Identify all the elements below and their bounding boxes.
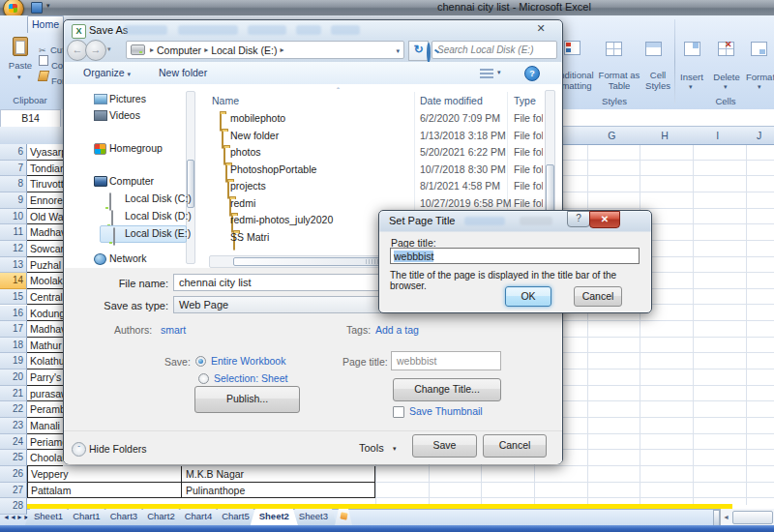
forward-button[interactable]: →	[85, 40, 106, 61]
row-header[interactable]: 14	[0, 273, 27, 289]
grid-cell[interactable]: Moolaka	[27, 273, 63, 289]
help-icon[interactable]: ?	[524, 66, 540, 81]
tab-next-icon[interactable]: ►	[16, 514, 23, 520]
grid-cell[interactable]: Pulinanthope	[182, 483, 375, 499]
tab-prev-icon[interactable]: ◄	[10, 514, 16, 520]
cell-styles-label1[interactable]: Cell	[640, 70, 675, 80]
grid-cell[interactable]: Periame	[27, 434, 63, 451]
column-date-modified[interactable]: Date modified	[420, 95, 483, 106]
row-header[interactable]: 20	[0, 369, 27, 386]
page-title-input[interactable]: webbbist	[391, 351, 501, 370]
column-header-I[interactable]: I	[691, 127, 745, 145]
cancel-button[interactable]: Cancel	[574, 286, 622, 307]
column-header-sliver[interactable]	[561, 127, 586, 145]
row-header[interactable]: 23	[0, 418, 27, 434]
grid-cell[interactable]: Peramb	[27, 401, 63, 418]
row-header[interactable]: 12	[0, 241, 27, 257]
grid-cell[interactable]: Mathur	[27, 338, 63, 354]
format-as-table-icon[interactable]	[606, 42, 622, 56]
row-header[interactable]: 21	[0, 386, 27, 402]
file-row-name[interactable]: photos	[230, 146, 409, 158]
grid-cell[interactable]: Madhav	[27, 224, 63, 241]
grid-cell[interactable]: Vyasarp	[27, 144, 63, 161]
tools-dropdown-icon[interactable]: ▾	[393, 445, 397, 453]
save-thumbnail-label[interactable]: Save Thumbnail	[409, 405, 483, 417]
file-row-name[interactable]: PhotoshopPortable	[230, 163, 409, 175]
scroll-left-icon[interactable]: ◄	[723, 514, 729, 520]
delete-label[interactable]: Delete	[712, 72, 741, 82]
tags-value[interactable]: Add a tag	[375, 324, 419, 336]
breadcrumb-bar[interactable]: ▸Computer▸Local Disk (E:)▸ ▾	[126, 41, 404, 59]
row-header[interactable]: 6	[0, 144, 27, 161]
name-box[interactable]: B14	[0, 109, 61, 128]
row-header[interactable]: 24	[0, 434, 27, 451]
row-header[interactable]: 27	[0, 483, 27, 499]
insert-worksheet-icon[interactable]	[335, 509, 352, 525]
grid-cell[interactable]: Kolathu	[27, 353, 63, 369]
radio-selection-sheet[interactable]	[198, 373, 209, 384]
grid-cell[interactable]: Tondiar	[27, 161, 63, 177]
row-header[interactable]: 28	[0, 498, 27, 515]
column-header-H[interactable]: H	[639, 127, 693, 145]
history-dropdown-icon[interactable]: ▾	[107, 45, 111, 53]
organize-button[interactable]: Organize ▾	[83, 67, 131, 78]
row-header[interactable]: 10	[0, 209, 27, 225]
file-row-name[interactable]: projects	[230, 180, 409, 192]
cancel-button[interactable]: Cancel	[483, 434, 547, 458]
grid-cell[interactable]: Central	[27, 289, 63, 306]
change-title-button[interactable]: Change Title...	[393, 378, 501, 401]
hide-folders-icon[interactable]: ˆ	[72, 442, 86, 457]
new-folder-button[interactable]: New folder	[159, 67, 207, 78]
grid-cell[interactable]: Parry's	[27, 369, 63, 386]
format-label[interactable]: Format	[745, 72, 774, 82]
column-header-G[interactable]: G	[585, 127, 640, 145]
sidebar-item-network[interactable]: Network	[109, 252, 147, 264]
grid-cell[interactable]: purasaw	[27, 386, 63, 402]
column-header-A[interactable]	[27, 127, 64, 145]
selection-sheet-label[interactable]: Selection: Sheet	[214, 372, 287, 384]
grid-cell[interactable]: Kodunga	[27, 306, 63, 322]
row-header[interactable]: 15	[0, 289, 27, 306]
grid-cell[interactable]: Madhav	[27, 321, 63, 338]
search-input[interactable]: Search Local Disk (E:)	[432, 41, 557, 59]
file-row-name[interactable]: redmi	[230, 197, 409, 209]
format-cells-icon[interactable]	[751, 42, 767, 56]
grid-cell[interactable]: Old Was	[27, 209, 63, 225]
column-type[interactable]: Type	[514, 95, 536, 106]
tab-first-icon[interactable]: ◄	[3, 514, 10, 520]
cell-styles-icon[interactable]	[645, 42, 662, 56]
save-thumbnail-checkbox[interactable]	[393, 406, 404, 418]
insert-label[interactable]: Insert	[677, 72, 706, 82]
sidebar-item-pictures[interactable]: Pictures	[109, 93, 146, 104]
formula-input[interactable]	[561, 109, 774, 127]
select-all-corner[interactable]	[0, 127, 28, 145]
sheet-tab-sheet2[interactable]: Sheet2	[251, 509, 298, 525]
sidebar-item-videos[interactable]: Videos	[109, 109, 140, 121]
row-header[interactable]: 11	[0, 224, 27, 241]
insert-cells-icon[interactable]	[684, 42, 700, 56]
sidebar-item-local-disk-c-[interactable]: Local Disk (C:)	[125, 192, 192, 204]
grid-cell[interactable]: M.K.B Nagar	[182, 466, 375, 483]
grid-cell[interactable]: Sowcarp	[27, 241, 63, 257]
page-title-input[interactable]: webbbist	[390, 248, 640, 264]
grid-cell[interactable]: Manali	[27, 418, 63, 434]
row-header[interactable]: 22	[0, 401, 27, 418]
row-header[interactable]: 8	[0, 176, 27, 192]
sidebar-item-computer[interactable]: Computer	[109, 175, 154, 187]
row-header[interactable]: 9	[0, 192, 27, 209]
format-as-table-label1[interactable]: Format as	[597, 70, 641, 80]
column-header-J[interactable]: J	[744, 127, 774, 145]
row-header[interactable]: 13	[0, 257, 27, 274]
row-header[interactable]: 19	[0, 353, 27, 369]
horizontal-scroll-thumb[interactable]	[732, 511, 773, 524]
row-header[interactable]: 25	[0, 450, 27, 466]
views-dropdown-icon[interactable]: ▾	[497, 69, 501, 76]
qat-dropdown-icon[interactable]: ▾	[46, 2, 50, 10]
row-header[interactable]: 16	[0, 306, 27, 322]
publish-button[interactable]: Publish...	[194, 386, 300, 413]
grid-cell[interactable]: Tiruvott	[27, 176, 63, 192]
breadcrumb-item[interactable]: Computer	[157, 44, 201, 56]
help-icon[interactable]: ?	[567, 211, 590, 227]
row-header[interactable]: 7	[0, 161, 27, 177]
paste-button[interactable]: Paste ▾	[6, 37, 35, 91]
